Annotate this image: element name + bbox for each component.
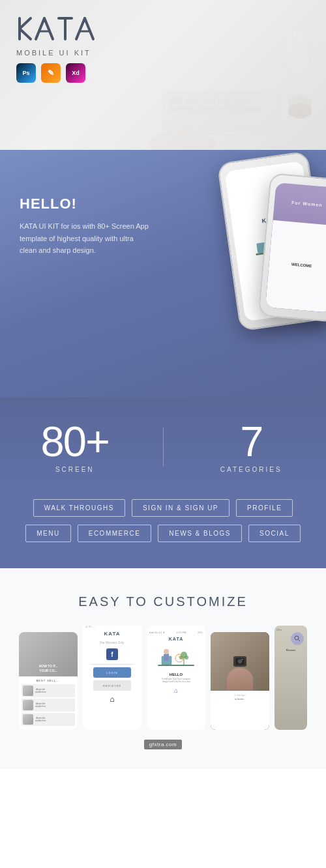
- svg-rect-49: [241, 659, 243, 660]
- svg-rect-2: [186, 98, 199, 103]
- list-item: Article titlesubtitle here: [22, 699, 75, 712]
- search-icon: [291, 632, 304, 645]
- svg-rect-6: [170, 106, 196, 111]
- hero-subtitle: MOBILE UI KIT: [16, 49, 310, 57]
- ss3-body: ●●● No.13 ▼ 4:21 PM 22% KATA: [147, 626, 205, 730]
- screenshot-welcome: ZA... KATA For Women Only f LOGIN REGIST…: [83, 626, 141, 730]
- svg-point-37: [164, 649, 169, 654]
- item-thumbnail: [23, 714, 33, 725]
- photo-caption: on favorite...: [235, 698, 246, 701]
- ss4-bottom: 2 min ago on favorite...: [211, 691, 269, 730]
- svg-line-17: [36, 18, 44, 39]
- ss1-title: HOW TO P...YOUR CO...: [23, 664, 74, 673]
- svg-rect-3: [202, 98, 215, 103]
- ss2-logo: KATA: [104, 631, 120, 637]
- ss2-facebook-btn[interactable]: f: [106, 648, 118, 660]
- svg-rect-4: [218, 98, 231, 103]
- tag-sign-in-sign-up[interactable]: SIGN IN & SIGN UP: [132, 499, 230, 517]
- svg-point-12: [288, 95, 312, 111]
- stat-categories-number: 7: [240, 420, 262, 463]
- stat-categories-label: CATEGORIES: [220, 466, 282, 473]
- stats-section: 80+ SCREEN 7 CATEGORIES: [0, 398, 326, 499]
- customize-heading: EASY TO CUSTOMIZE: [13, 594, 313, 609]
- tag-menu[interactable]: MENU: [25, 525, 70, 542]
- tags-section: WALK THROUGHS SIGN IN & SIGN UP PROFILE …: [0, 499, 326, 568]
- camera-icon: [233, 656, 246, 667]
- ss3-subtitle: For Women Only Your ComputerUsage Could …: [162, 678, 190, 683]
- ss2-register-btn[interactable]: REGISTER: [93, 680, 130, 691]
- ss2-status: ZA...: [85, 626, 97, 628]
- screenshot-blog: HOW TO P...YOUR CO... BEST SELL... Artic…: [19, 632, 78, 730]
- ss3-logo: KATA: [169, 637, 183, 641]
- svg-rect-8: [241, 106, 261, 111]
- svg-rect-38: [164, 654, 169, 661]
- ss1-best-seller: BEST SELL...: [22, 679, 75, 682]
- list-item: Article titlesubtitle here: [22, 684, 75, 697]
- ss1-body: BEST SELL... Article titlesubtitle here …: [19, 676, 78, 730]
- svg-line-18: [44, 18, 53, 39]
- watermark-area: gfxtra.com: [13, 740, 313, 749]
- tag-profile[interactable]: PROFILE: [236, 499, 293, 517]
- partial-title: Browse: [276, 648, 305, 652]
- page-wrapper: MOBILE UI KIT Ps ✎ Xd KATA: [0, 0, 326, 769]
- intro-section: KATA: [0, 150, 326, 398]
- screenshot-partial: 22%▼ Browse: [274, 626, 307, 730]
- hero-content: MOBILE UI KIT Ps ✎ Xd: [16, 13, 310, 83]
- ss1-header: HOW TO P...YOUR CO...: [19, 632, 78, 676]
- hello-heading: HELLO!: [20, 195, 306, 212]
- svg-rect-7: [199, 106, 238, 111]
- ss3-hello: HELLO: [170, 673, 183, 676]
- tag-social[interactable]: SOCIAL: [248, 525, 301, 542]
- item-thumbnail: [23, 686, 33, 696]
- tag-news-blogs[interactable]: NEWS & BLOGS: [158, 525, 242, 542]
- ss4-top: [211, 632, 269, 691]
- phone-front-label: WELCOME: [291, 263, 312, 268]
- ss3-time: 4:21 PM: [177, 631, 186, 634]
- stat-categories: 7 CATEGORIES: [177, 420, 327, 473]
- tools-row: Ps ✎ Xd: [16, 63, 310, 83]
- stat-screen-number: 80+: [41, 420, 109, 463]
- ss2-body: ZA... KATA For Women Only f LOGIN REGIST…: [83, 626, 141, 730]
- item-text: Article titlesubtitle here: [35, 702, 46, 708]
- svg-line-23: [85, 18, 93, 39]
- ss3-illustration: [156, 646, 196, 673]
- screenshot-kata-hello: ●●● No.13 ▼ 4:21 PM 22% KATA: [147, 626, 205, 730]
- svg-rect-1: [170, 98, 183, 103]
- svg-rect-34: [158, 665, 194, 666]
- tag-ecommerce[interactable]: ECOMMERCE: [78, 525, 152, 542]
- svg-point-50: [295, 636, 299, 640]
- intro-text-area: HELLO! KATA UI KIT for ios with 80+ Scre…: [20, 176, 306, 257]
- ps-badge: Ps: [16, 63, 36, 83]
- svg-line-15: [20, 18, 31, 29]
- stat-divider: [163, 427, 164, 467]
- person-silhouette: [227, 668, 253, 691]
- brand-logo: [16, 13, 310, 47]
- ss3-nav: ⌂: [174, 687, 178, 694]
- xd-badge: Xd: [66, 63, 85, 83]
- stat-screen-label: SCREEN: [55, 466, 95, 473]
- svg-line-16: [20, 29, 31, 39]
- sketch-badge: ✎: [41, 63, 61, 83]
- screenshots-grid: HOW TO P...YOUR CO... BEST SELL... Artic…: [13, 626, 313, 730]
- svg-line-51: [299, 640, 301, 642]
- svg-point-48: [239, 661, 241, 663]
- svg-line-22: [76, 18, 85, 39]
- tags-row-2: MENU ECOMMERCE NEWS & BLOGS SOCIAL: [25, 525, 300, 542]
- tag-walk-throughs[interactable]: WALK THROUGHS: [33, 499, 125, 517]
- customize-section: EASY TO CUSTOMIZE HOW TO P...YOUR CO... …: [0, 568, 326, 769]
- svg-point-13: [150, 130, 215, 150]
- item-text: Article titlesubtitle here: [35, 688, 46, 693]
- time-ago: 2 min ago: [234, 693, 246, 697]
- tags-row-1: WALK THROUGHS SIGN IN & SIGN UP PROFILE: [33, 499, 293, 517]
- screenshot-photo: 2 min ago on favorite...: [211, 632, 269, 730]
- ss2-home-icon: ⌂: [110, 695, 114, 704]
- list-item: Article titlesubtitle here: [22, 713, 75, 726]
- home-icon: ⌂: [174, 687, 178, 694]
- svg-rect-5: [235, 98, 248, 103]
- ss3-status-bar: ●●● No.13 ▼: [149, 631, 165, 634]
- svg-point-42: [185, 656, 188, 659]
- item-text: Article titlesubtitle here: [35, 717, 46, 722]
- ss2-tagline: For Women Only: [100, 641, 125, 644]
- ss2-login-btn[interactable]: LOGIN: [93, 667, 130, 678]
- hero-section: MOBILE UI KIT Ps ✎ Xd: [0, 0, 326, 150]
